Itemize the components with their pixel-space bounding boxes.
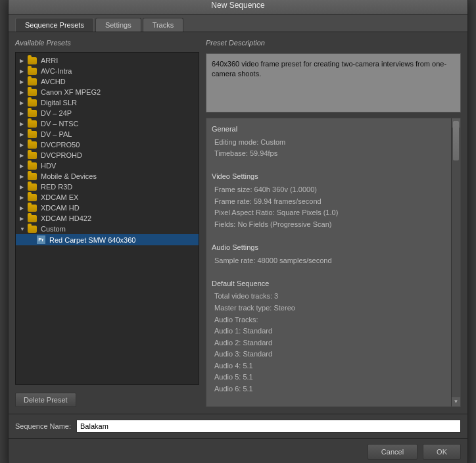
frame-rate-line: Frame rate: 59.94 frames/second [212,196,448,208]
folder-icon [28,215,37,222]
preset-label: DV – PAL [41,130,72,138]
list-item[interactable]: ▶ Canon XF MPEG2 [16,87,199,97]
expand-arrow: ▶ [20,132,25,137]
timebase-line: Timebase: 59.94fps [212,148,448,160]
delete-preset-button[interactable]: Delete Preset [15,393,76,407]
list-item-selected[interactable]: Pr Red Carpet SMW 640x360 [16,234,199,245]
preset-label: AVC-Intra [41,67,72,75]
audio2-line: Audio 2: Standard [212,337,448,349]
list-item[interactable]: ▶ XDCAM EX [16,192,199,203]
preset-label: AVCHD [41,78,66,85]
sample-rate-line: Sample rate: 48000 samples/second [212,255,448,267]
expand-arrow: ▶ [20,142,25,148]
list-item[interactable]: ▶ AVC-Intra [16,66,199,76]
pixel-aspect-line: Pixel Aspect Ratio: Square Pixels (1.0) [212,207,448,219]
folder-icon [28,68,37,75]
expand-arrow: ▶ [20,205,25,211]
preset-label: DVCPRO50 [41,141,80,149]
folder-icon [28,131,37,138]
folder-icon [28,226,37,233]
preset-label: XDCAM EX [41,193,78,201]
presets-list[interactable]: ▶ ARRI ▶ AVC-Intra ▶ AVCHD [15,52,199,385]
expand-arrow: ▶ [20,89,25,95]
preset-label: XDCAM HD422 [41,214,91,222]
list-item[interactable]: ▶ DV – NTSC [16,118,199,129]
scrollbar-down-arrow[interactable]: ▼ [452,397,460,406]
list-item[interactable]: ▶ DVCPRO50 [16,139,199,150]
folder-icon [28,173,37,180]
preset-label: Digital SLR [41,99,77,107]
right-panel: Preset Description 640x360 video frame p… [206,39,461,407]
expand-arrow: ▶ [20,216,25,222]
list-item[interactable]: ▶ AVCHD [16,76,199,87]
expand-arrow: ▶ [20,174,25,180]
folder-icon [28,141,37,149]
preset-label: Red Carpet SMW 640x360 [49,236,135,244]
list-item[interactable]: ▶ ARRI [16,55,199,66]
preset-label: DV – 24P [41,109,72,117]
preset-label: RED R3D [41,183,72,191]
preset-label: Canon XF MPEG2 [41,88,101,96]
video-section-title: Video Settings [212,171,448,183]
expand-arrow: ▼ [20,226,25,232]
list-item[interactable]: ▶ XDCAM HD422 [16,213,199,224]
expand-arrow: ▶ [20,68,25,74]
expand-arrow: ▶ [20,163,25,169]
scrollbar[interactable]: ▲ ▼ [451,118,460,406]
expand-arrow: ▶ [20,121,25,127]
list-item[interactable]: ▶ RED R3D [16,182,199,192]
frame-size-line: Frame size: 640h 360v (1.0000) [212,184,448,196]
title-bar: New Sequence [9,0,467,14]
expand-arrow: ▶ [20,58,25,64]
folder-icon [28,57,37,64]
list-item[interactable]: ▶ DVCPROHD [16,150,199,160]
folder-icon [28,152,37,159]
expand-arrow: ▶ [20,110,25,116]
master-track-line: Master track type: Stereo [212,303,448,314]
folder-icon [28,89,37,96]
audio1-line: Audio 1: Standard [212,326,448,337]
audio-tracks-label: Audio Tracks: [212,314,448,326]
preset-label: DVCPROHD [41,151,82,159]
preset-description-label: Preset Description [206,39,461,47]
preset-label: Mobile & Devices [41,172,97,180]
expand-arrow: ▶ [20,79,25,85]
sequence-name-input[interactable] [76,420,461,433]
default-seq-title: Default Sequence [212,278,448,290]
main-content: Available Presets ▶ ARRI ▶ AVC-Intra ▶ [9,32,467,414]
tabs-bar: Sequence Presets Settings Tracks [9,14,467,32]
expand-arrow: ▶ [20,153,25,158]
list-item[interactable]: ▶ HDV [16,160,199,171]
folder-icon [28,205,37,212]
tab-sequence-presets[interactable]: Sequence Presets [15,18,94,32]
general-info-box: General Editing mode: Custom Timebase: 5… [206,118,461,407]
general-section-title: General [212,124,448,135]
list-item[interactable]: ▶ DV – PAL [16,129,199,139]
left-panel: Available Presets ▶ ARRI ▶ AVC-Intra ▶ [15,39,199,407]
audio5-line: Audio 5: 5.1 [212,372,448,383]
expand-arrow: ▶ [20,184,25,190]
fields-line: Fields: No Fields (Progressive Scan) [212,219,448,231]
audio-section-title: Audio Settings [212,242,448,254]
new-sequence-dialog: New Sequence Sequence Presets Settings T… [8,0,468,463]
folder-icon [28,120,37,128]
tab-settings[interactable]: Settings [95,18,141,32]
audio3-line: Audio 3: Standard [212,349,448,360]
tab-tracks[interactable]: Tracks [143,18,184,32]
total-video-line: Total video tracks: 3 [212,291,448,303]
ok-button[interactable]: OK [423,444,461,460]
scrollbar-thumb[interactable] [453,121,459,160]
description-box: 640x360 video frame preset for creating … [206,53,461,112]
list-item[interactable]: ▶ Mobile & Devices [16,171,199,182]
folder-icon [28,183,37,191]
list-item[interactable]: ▶ XDCAM HD [16,203,199,213]
sequence-name-label: Sequence Name: [15,422,71,430]
list-item[interactable]: ▼ Custom [16,224,199,234]
editing-mode-line: Editing mode: Custom [212,137,448,149]
list-item[interactable]: ▶ DV – 24P [16,108,199,118]
list-item[interactable]: ▶ Digital SLR [16,97,199,108]
cancel-button[interactable]: Cancel [368,444,417,460]
description-text: 640x360 video frame preset for creating … [212,60,446,78]
preset-label: Custom [41,225,66,233]
folder-icon [28,99,37,107]
